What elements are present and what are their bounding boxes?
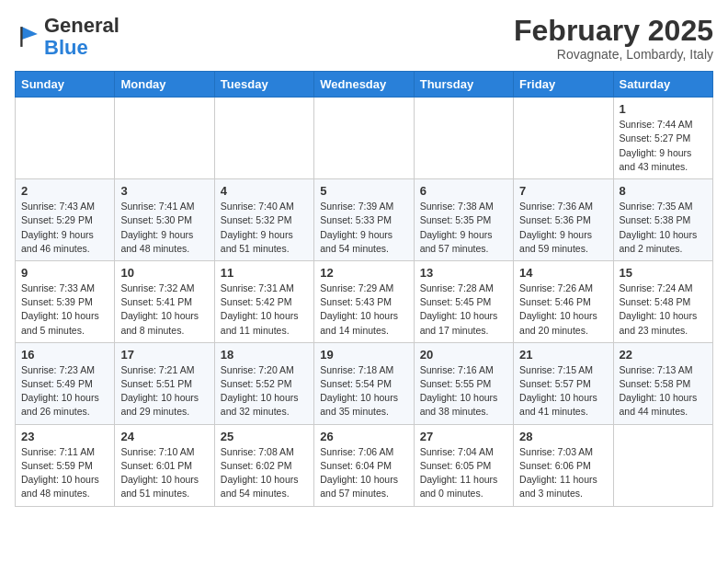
calendar-cell: 10Sunrise: 7:32 AM Sunset: 5:41 PM Dayli… bbox=[115, 260, 214, 342]
calendar-cell: 26Sunrise: 7:06 AM Sunset: 6:04 PM Dayli… bbox=[314, 424, 414, 506]
calendar-week-row: 23Sunrise: 7:11 AM Sunset: 5:59 PM Dayli… bbox=[16, 424, 713, 506]
day-info: Sunrise: 7:11 AM Sunset: 5:59 PM Dayligh… bbox=[21, 445, 108, 501]
day-info: Sunrise: 7:32 AM Sunset: 5:41 PM Dayligh… bbox=[120, 282, 208, 338]
calendar-cell: 22Sunrise: 7:13 AM Sunset: 5:58 PM Dayli… bbox=[613, 342, 712, 424]
day-info: Sunrise: 7:35 AM Sunset: 5:38 PM Dayligh… bbox=[620, 200, 707, 256]
day-number: 13 bbox=[420, 266, 507, 280]
calendar-cell: 11Sunrise: 7:31 AM Sunset: 5:42 PM Dayli… bbox=[214, 260, 313, 342]
page: General Blue February 2025 Rovagnate, Lo… bbox=[0, 0, 728, 522]
weekday-header-monday: Monday bbox=[115, 72, 214, 98]
day-number: 1 bbox=[620, 102, 707, 116]
svg-marker-0 bbox=[22, 27, 38, 40]
day-info: Sunrise: 7:39 AM Sunset: 5:33 PM Dayligh… bbox=[320, 200, 407, 256]
calendar-cell bbox=[314, 98, 414, 179]
day-info: Sunrise: 7:36 AM Sunset: 5:36 PM Dayligh… bbox=[519, 200, 607, 256]
day-info: Sunrise: 7:33 AM Sunset: 5:39 PM Dayligh… bbox=[21, 282, 108, 338]
day-number: 8 bbox=[620, 184, 707, 198]
day-number: 7 bbox=[519, 184, 607, 198]
calendar-cell bbox=[214, 98, 313, 179]
day-number: 19 bbox=[320, 348, 407, 362]
weekday-header-row: SundayMondayTuesdayWednesdayThursdayFrid… bbox=[16, 72, 713, 98]
calendar-cell: 6Sunrise: 7:38 AM Sunset: 5:35 PM Daylig… bbox=[414, 179, 513, 261]
day-info: Sunrise: 7:04 AM Sunset: 6:05 PM Dayligh… bbox=[420, 445, 507, 501]
day-info: Sunrise: 7:13 AM Sunset: 5:58 PM Dayligh… bbox=[620, 363, 707, 419]
day-info: Sunrise: 7:29 AM Sunset: 5:43 PM Dayligh… bbox=[320, 282, 407, 338]
calendar-cell: 27Sunrise: 7:04 AM Sunset: 6:05 PM Dayli… bbox=[414, 424, 513, 506]
day-info: Sunrise: 7:28 AM Sunset: 5:45 PM Dayligh… bbox=[420, 282, 507, 338]
calendar-cell: 15Sunrise: 7:24 AM Sunset: 5:48 PM Dayli… bbox=[613, 260, 712, 342]
day-number: 2 bbox=[21, 184, 108, 198]
calendar-week-row: 2Sunrise: 7:43 AM Sunset: 5:29 PM Daylig… bbox=[16, 179, 713, 261]
weekday-header-saturday: Saturday bbox=[613, 72, 712, 98]
calendar-cell: 2Sunrise: 7:43 AM Sunset: 5:29 PM Daylig… bbox=[16, 179, 115, 261]
calendar-cell: 19Sunrise: 7:18 AM Sunset: 5:54 PM Dayli… bbox=[314, 342, 414, 424]
calendar-cell: 9Sunrise: 7:33 AM Sunset: 5:39 PM Daylig… bbox=[16, 260, 115, 342]
calendar-cell: 24Sunrise: 7:10 AM Sunset: 6:01 PM Dayli… bbox=[115, 424, 214, 506]
day-info: Sunrise: 7:24 AM Sunset: 5:48 PM Dayligh… bbox=[620, 282, 707, 338]
svg-rect-1 bbox=[20, 27, 22, 47]
calendar-week-row: 16Sunrise: 7:23 AM Sunset: 5:49 PM Dayli… bbox=[16, 342, 713, 424]
calendar-cell bbox=[414, 98, 513, 179]
logo-icon bbox=[15, 24, 40, 50]
logo-blue-text: Blue bbox=[44, 36, 88, 59]
weekday-header-tuesday: Tuesday bbox=[214, 72, 313, 98]
day-info: Sunrise: 7:10 AM Sunset: 6:01 PM Dayligh… bbox=[120, 445, 208, 501]
location-subtitle: Rovagnate, Lombardy, Italy bbox=[514, 47, 713, 62]
day-number: 16 bbox=[21, 348, 108, 362]
day-number: 3 bbox=[120, 184, 208, 198]
day-number: 20 bbox=[420, 348, 507, 362]
logo-text: General Blue bbox=[44, 15, 119, 59]
day-number: 24 bbox=[120, 430, 208, 443]
day-number: 21 bbox=[519, 348, 607, 362]
day-info: Sunrise: 7:20 AM Sunset: 5:52 PM Dayligh… bbox=[221, 363, 308, 419]
calendar-cell: 21Sunrise: 7:15 AM Sunset: 5:57 PM Dayli… bbox=[514, 342, 613, 424]
day-info: Sunrise: 7:16 AM Sunset: 5:55 PM Dayligh… bbox=[420, 363, 507, 419]
day-number: 28 bbox=[519, 430, 607, 443]
day-number: 5 bbox=[320, 184, 407, 198]
day-info: Sunrise: 7:26 AM Sunset: 5:46 PM Dayligh… bbox=[519, 282, 607, 338]
day-number: 18 bbox=[221, 348, 308, 362]
calendar-cell bbox=[514, 98, 613, 179]
calendar-cell: 17Sunrise: 7:21 AM Sunset: 5:51 PM Dayli… bbox=[115, 342, 214, 424]
day-info: Sunrise: 7:06 AM Sunset: 6:04 PM Dayligh… bbox=[320, 445, 407, 501]
day-info: Sunrise: 7:15 AM Sunset: 5:57 PM Dayligh… bbox=[519, 363, 607, 419]
day-number: 11 bbox=[221, 266, 308, 280]
day-number: 14 bbox=[519, 266, 607, 280]
header: General Blue February 2025 Rovagnate, Lo… bbox=[15, 15, 713, 62]
calendar-cell bbox=[16, 98, 115, 179]
day-number: 17 bbox=[120, 348, 208, 362]
day-info: Sunrise: 7:18 AM Sunset: 5:54 PM Dayligh… bbox=[320, 363, 407, 419]
day-number: 4 bbox=[221, 184, 308, 198]
calendar-cell: 16Sunrise: 7:23 AM Sunset: 5:49 PM Dayli… bbox=[16, 342, 115, 424]
day-number: 6 bbox=[420, 184, 507, 198]
logo-general-text: General bbox=[44, 14, 119, 37]
day-number: 23 bbox=[21, 430, 108, 443]
weekday-header-friday: Friday bbox=[514, 72, 613, 98]
day-number: 12 bbox=[320, 266, 407, 280]
day-info: Sunrise: 7:38 AM Sunset: 5:35 PM Dayligh… bbox=[420, 200, 507, 256]
day-info: Sunrise: 7:44 AM Sunset: 5:27 PM Dayligh… bbox=[620, 118, 707, 174]
calendar-cell: 1Sunrise: 7:44 AM Sunset: 5:27 PM Daylig… bbox=[613, 98, 712, 179]
calendar-cell: 23Sunrise: 7:11 AM Sunset: 5:59 PM Dayli… bbox=[16, 424, 115, 506]
calendar-cell: 7Sunrise: 7:36 AM Sunset: 5:36 PM Daylig… bbox=[514, 179, 613, 261]
title-block: February 2025 Rovagnate, Lombardy, Italy bbox=[514, 15, 713, 62]
calendar-cell: 18Sunrise: 7:20 AM Sunset: 5:52 PM Dayli… bbox=[214, 342, 313, 424]
calendar-cell: 4Sunrise: 7:40 AM Sunset: 5:32 PM Daylig… bbox=[214, 179, 313, 261]
calendar-cell: 3Sunrise: 7:41 AM Sunset: 5:30 PM Daylig… bbox=[115, 179, 214, 261]
weekday-header-thursday: Thursday bbox=[414, 72, 513, 98]
day-info: Sunrise: 7:21 AM Sunset: 5:51 PM Dayligh… bbox=[120, 363, 208, 419]
logo: General Blue bbox=[15, 15, 119, 59]
weekday-header-wednesday: Wednesday bbox=[314, 72, 414, 98]
day-number: 15 bbox=[620, 266, 707, 280]
day-number: 27 bbox=[420, 430, 507, 443]
day-info: Sunrise: 7:03 AM Sunset: 6:06 PM Dayligh… bbox=[519, 445, 607, 501]
month-title: February 2025 bbox=[514, 15, 713, 47]
day-number: 26 bbox=[320, 430, 407, 443]
day-number: 10 bbox=[120, 266, 208, 280]
day-info: Sunrise: 7:40 AM Sunset: 5:32 PM Dayligh… bbox=[221, 200, 308, 256]
calendar-cell: 25Sunrise: 7:08 AM Sunset: 6:02 PM Dayli… bbox=[214, 424, 313, 506]
calendar-cell: 20Sunrise: 7:16 AM Sunset: 5:55 PM Dayli… bbox=[414, 342, 513, 424]
calendar-cell: 8Sunrise: 7:35 AM Sunset: 5:38 PM Daylig… bbox=[613, 179, 712, 261]
calendar-cell: 14Sunrise: 7:26 AM Sunset: 5:46 PM Dayli… bbox=[514, 260, 613, 342]
day-info: Sunrise: 7:41 AM Sunset: 5:30 PM Dayligh… bbox=[120, 200, 208, 256]
